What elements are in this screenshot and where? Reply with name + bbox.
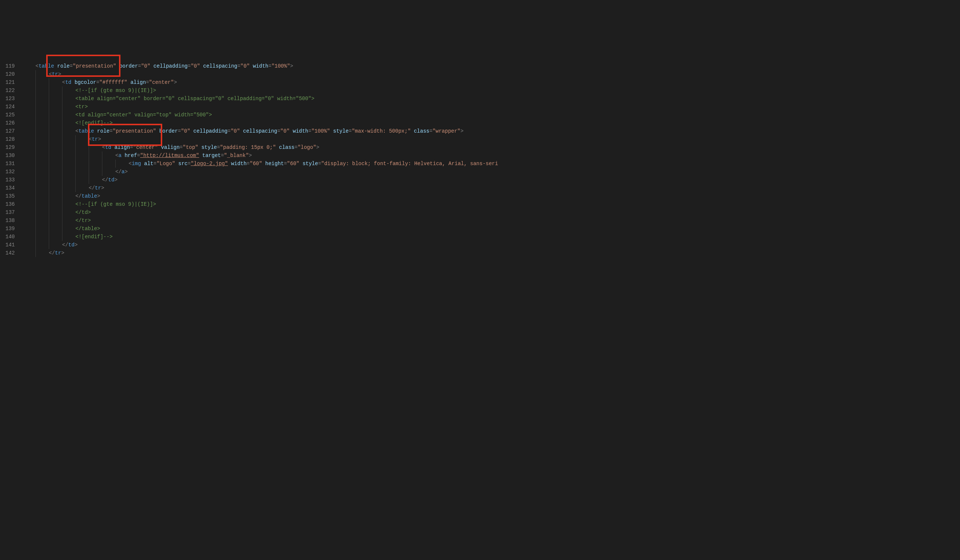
line-number: 140 xyxy=(0,233,15,241)
code-line[interactable]: </td> xyxy=(22,176,960,184)
code-area[interactable]: <table role="presentation" border="0" ce… xyxy=(22,62,960,257)
code-line[interactable]: </table> xyxy=(22,225,960,233)
code-line[interactable]: <!--[if (gte mso 9)|(IE)]> xyxy=(22,86,960,94)
code-line[interactable]: <td align="center" valign="top" width="5… xyxy=(22,111,960,119)
code-line[interactable]: </td> xyxy=(22,241,960,249)
line-number: 120 xyxy=(0,70,15,78)
line-number: 136 xyxy=(0,200,15,208)
code-line[interactable]: </tr> xyxy=(22,249,960,257)
code-line[interactable]: </table> xyxy=(22,192,960,200)
line-number: 125 xyxy=(0,111,15,119)
line-number: 128 xyxy=(0,135,15,143)
line-number: 134 xyxy=(0,184,15,192)
line-number: 119 xyxy=(0,62,15,70)
line-number: 123 xyxy=(0,94,15,103)
line-number: 142 xyxy=(0,249,15,257)
code-line[interactable]: <table role="presentation" border="0" ce… xyxy=(22,127,960,135)
line-number: 139 xyxy=(0,225,15,233)
line-number: 131 xyxy=(0,160,15,168)
code-line[interactable]: <td align="center" valign="top" style="p… xyxy=(22,143,960,152)
line-number: 141 xyxy=(0,241,15,249)
line-number: 130 xyxy=(0,152,15,160)
line-number: 122 xyxy=(0,86,15,94)
line-number: 127 xyxy=(0,127,15,135)
line-number-gutter: 1191201211221231241251261271281291301311… xyxy=(0,62,22,257)
code-line[interactable]: </tr> xyxy=(22,184,960,192)
code-line[interactable]: <tr> xyxy=(22,135,960,143)
code-line[interactable]: <a href="http://litmus.com" target="_bla… xyxy=(22,152,960,160)
code-line[interactable]: <table align="center" border="0" cellspa… xyxy=(22,94,960,103)
line-number: 138 xyxy=(0,216,15,225)
code-line[interactable]: </a> xyxy=(22,168,960,176)
code-line[interactable]: <![endif]--> xyxy=(22,233,960,241)
line-number: 133 xyxy=(0,176,15,184)
code-line[interactable]: <td bgcolor="#ffffff" align="center"> xyxy=(22,78,960,86)
line-number: 129 xyxy=(0,143,15,152)
line-number: 132 xyxy=(0,168,15,176)
code-line[interactable]: <table role="presentation" border="0" ce… xyxy=(22,62,960,70)
code-line[interactable]: </tr> xyxy=(22,216,960,225)
code-line[interactable]: <!--[if (gte mso 9)|(IE)]> xyxy=(22,200,960,208)
line-number: 135 xyxy=(0,192,15,200)
code-line[interactable]: <![endif]--> xyxy=(22,119,960,127)
line-number: 137 xyxy=(0,208,15,216)
code-line[interactable]: <tr> xyxy=(22,103,960,111)
code-line[interactable]: <tr> xyxy=(22,70,960,78)
line-number: 126 xyxy=(0,119,15,127)
line-number: 121 xyxy=(0,78,15,86)
line-number: 124 xyxy=(0,103,15,111)
code-editor[interactable]: 1191201211221231241251261271281291301311… xyxy=(0,0,960,257)
code-line[interactable]: </td> xyxy=(22,208,960,216)
code-line[interactable]: <img alt="Logo" src="logo-2.jpg" width="… xyxy=(22,160,960,168)
